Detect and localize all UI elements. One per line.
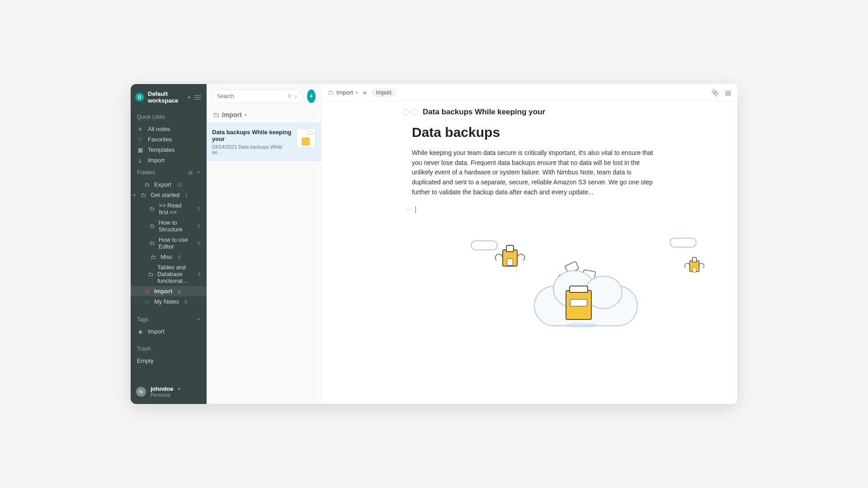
note-title: Data backups While keeping your: [212, 129, 292, 142]
nav-templates[interactable]: ▦Templates: [131, 145, 207, 155]
dots-icon: ⋯: [406, 206, 412, 213]
folder-my-notes[interactable]: 🗀My Notes6: [131, 296, 207, 307]
folder-count: 15: [177, 182, 182, 188]
trash-empty[interactable]: Empty: [131, 356, 207, 366]
nav-label: Templates: [148, 146, 175, 153]
search-field[interactable]: ⚲ ⌕: [212, 89, 302, 103]
flying-drawer-icon: [689, 261, 700, 272]
folder-label: How to Structure: [159, 219, 192, 233]
collapse-sidebar-icon[interactable]: [194, 95, 201, 99]
heart-icon: ♡: [137, 136, 143, 143]
sort-icon[interactable]: ≣: [188, 169, 193, 176]
sidebar: D Default workspace ▾ Quick Links ≡All n…: [131, 84, 207, 404]
note-body[interactable]: Data backups While keeping your Data bac…: [321, 101, 737, 404]
title-icons[interactable]: [403, 109, 418, 115]
editor-pane: 🗀 Import ▾ ◈ Import 📎 ▤ Data backups Whi…: [321, 84, 737, 404]
folder-label: >> Read first <<: [159, 202, 192, 216]
folder-misc[interactable]: 🗀Misc6: [131, 252, 207, 262]
tag-icon[interactable]: ◈: [363, 89, 367, 96]
nav-label: All notes: [148, 126, 170, 132]
quicklinks-header: Quick Links: [131, 110, 207, 124]
folder-count: 5: [198, 240, 200, 246]
template-icon: ▦: [137, 147, 143, 153]
trash-empty-label: Empty: [137, 357, 154, 364]
folders-header: Folders ≣ +: [131, 165, 207, 179]
folder-count: 6: [184, 299, 187, 305]
folder-icon: 🗀: [144, 299, 151, 305]
user-menu[interactable]: N johndoe ▾ Personal: [131, 381, 207, 404]
cloud-icon: [670, 238, 697, 248]
note-list-item[interactable]: Data backups While keeping your 03/24/20…: [207, 123, 321, 161]
nav-favorites[interactable]: ♡Favorites: [131, 134, 207, 145]
illustration: [475, 240, 710, 340]
folder-icon: 🗀: [150, 240, 155, 246]
folder-get-started[interactable]: ▾🗀Get started1: [131, 190, 207, 200]
workspace-avatar: D: [135, 93, 144, 102]
content-paragraph[interactable]: While keeping your team data secure is c…: [412, 148, 656, 197]
add-folder-icon[interactable]: +: [197, 169, 200, 176]
folder-icon: 🗀: [150, 206, 155, 212]
list-folder-label: Import: [222, 111, 242, 118]
chevron-down-icon: ▾: [245, 113, 247, 117]
folder-count: 3: [198, 272, 200, 277]
folder-icon: 🗀: [328, 89, 334, 96]
list-folder-title[interactable]: 🗀 Import ▾: [207, 108, 321, 123]
folder-count: 6: [178, 254, 181, 260]
folder-label: How to use Editor: [159, 236, 192, 250]
block-handle[interactable]: ⋯: [349, 206, 710, 213]
nav-all-notes[interactable]: ≡All notes: [131, 124, 207, 134]
content-heading[interactable]: Data backups: [412, 125, 656, 140]
user-plan: Personal: [151, 392, 180, 398]
folder-how-structure[interactable]: 🗀How to Structure5: [131, 217, 207, 235]
folder-count: 2: [198, 206, 200, 211]
tag-label: Import: [148, 328, 165, 335]
tag-import[interactable]: ◈Import: [131, 326, 207, 337]
workspace-switcher[interactable]: D Default workspace ▾: [131, 84, 207, 110]
note-list-pane: ⚲ ⌕ + 🗀 Import ▾ Data backups While keep…: [207, 84, 321, 404]
filter-icon[interactable]: ⚲: [288, 93, 292, 99]
note-thumbnail: [297, 129, 316, 148]
layout-icon[interactable]: ▤: [725, 89, 731, 96]
folder-icon: 🗀: [141, 192, 147, 198]
chevron-down-icon: ▾: [178, 386, 180, 391]
app-window: D Default workspace ▾ Quick Links ≡All n…: [131, 84, 737, 404]
folder-label: Export: [154, 181, 171, 188]
folder-icon: 🗀: [148, 271, 154, 277]
list-icon: ≡: [137, 126, 143, 132]
folder-count: 1: [178, 289, 180, 294]
folder-export[interactable]: 🗀Export15: [131, 179, 207, 190]
folder-how-editor[interactable]: 🗀How to use Editor5: [131, 235, 207, 252]
breadcrumb-folder[interactable]: 🗀 Import ▾: [328, 89, 358, 96]
search-input[interactable]: [217, 93, 285, 99]
attachment-icon[interactable]: 📎: [711, 89, 719, 96]
folder-label: My Notes: [154, 298, 179, 305]
smiley-icon: [412, 109, 418, 115]
chevron-down-icon: ▾: [356, 90, 358, 95]
folder-icon: 🗀: [144, 182, 151, 188]
folder-icon: 🗀: [213, 111, 219, 118]
page-title[interactable]: Data backups While keeping your: [423, 108, 545, 117]
nav-label: Favorites: [148, 136, 172, 143]
nav-import[interactable]: ⭳Import: [131, 155, 207, 165]
search-icon[interactable]: ⌕: [294, 93, 297, 99]
cloud-icon: [471, 240, 498, 250]
note-date: 03/24/2021: [212, 144, 237, 150]
new-note-button[interactable]: +: [307, 89, 316, 103]
text-caret: [415, 206, 416, 213]
breadcrumb-label: Import: [336, 89, 353, 96]
folder-icon: 🗀: [144, 288, 151, 295]
folder-read-first[interactable]: 🗀>> Read first <<2: [131, 200, 207, 217]
folder-count: 1: [185, 192, 188, 198]
download-icon: ⭳: [137, 157, 143, 164]
note-tag-chip[interactable]: Import: [372, 89, 396, 97]
folder-tables-db[interactable]: 🗀Tables and Database functional...3: [131, 262, 207, 286]
folder-import[interactable]: 🗀Import1: [131, 286, 207, 296]
folder-icon: 🗀: [150, 223, 155, 229]
add-tag-icon[interactable]: +: [197, 316, 200, 323]
user-avatar: N: [136, 387, 146, 397]
chevron-down-icon[interactable]: ▾: [133, 193, 137, 197]
folder-count: 5: [198, 223, 200, 229]
nav-label: Import: [148, 157, 165, 164]
user-name: johndoe: [151, 385, 174, 392]
tag-icon: ◈: [137, 328, 143, 335]
